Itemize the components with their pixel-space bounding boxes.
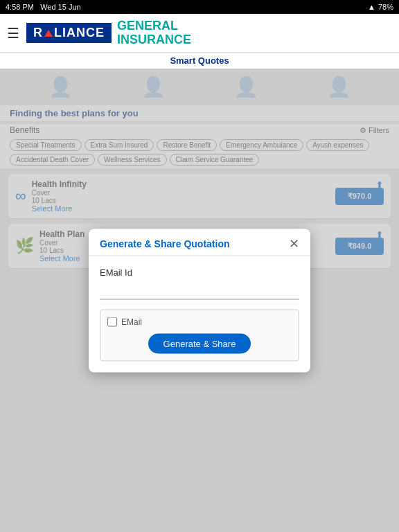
status-bar: 4:58 PM Wed 15 Jun ▲ 78%: [0, 0, 399, 14]
modal-title: Generate & Share Quotation: [100, 238, 229, 249]
status-time-date: 4:58 PM Wed 15 Jun: [6, 3, 81, 11]
modal-close-button[interactable]: ✕: [289, 238, 299, 250]
email-id-label: EMail Id: [100, 267, 299, 278]
modal-header: Generate & Share Quotation ✕: [89, 229, 310, 256]
modal-body: EMail Id EMail Generate & Share: [89, 256, 310, 373]
generate-share-button[interactable]: Generate & Share: [148, 334, 251, 354]
main-content: 👤 👤 👤 👤 Finding the best plans for you B…: [0, 69, 399, 532]
email-row: EMail: [107, 317, 292, 327]
wifi-icon: ▲: [368, 3, 375, 11]
email-checkbox-label: EMail: [121, 317, 142, 327]
status-icons: ▲ 78%: [368, 3, 393, 11]
hamburger-menu-button[interactable]: ☰: [7, 25, 19, 42]
general-insurance-text: GENERALINSURANCE: [117, 19, 191, 47]
smart-quotes-label: Smart Quotes: [0, 53, 399, 69]
reliance-logo: RLIANCE: [26, 23, 112, 43]
email-id-input[interactable]: [100, 283, 299, 300]
email-checkbox[interactable]: [107, 317, 117, 327]
battery-icon: 78%: [378, 3, 393, 11]
reliance-text: RLIANCE: [33, 26, 105, 40]
header: ☰ RLIANCE GENERALINSURANCE: [0, 14, 399, 53]
logo-container: RLIANCE GENERALINSURANCE: [26, 19, 392, 47]
email-box: EMail Generate & Share: [100, 310, 299, 362]
modal-generate-share: Generate & Share Quotation ✕ EMail Id EM…: [89, 229, 310, 373]
